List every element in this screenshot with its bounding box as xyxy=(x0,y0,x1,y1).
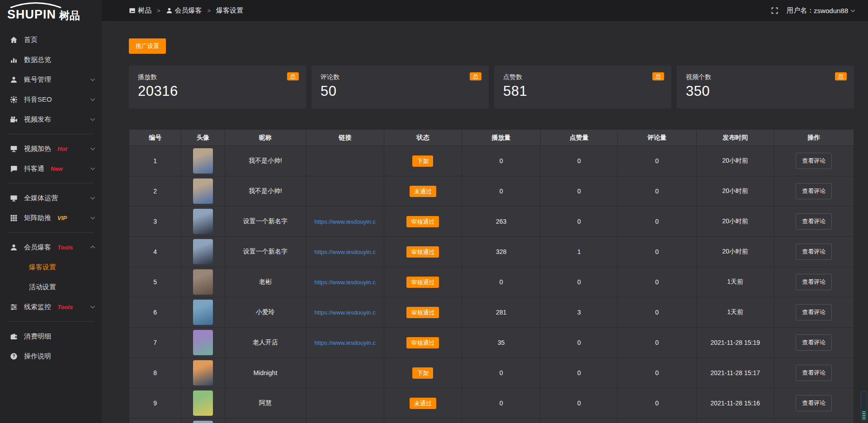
sidebar-item-3[interactable]: 抖音SEO xyxy=(0,89,102,109)
sidebar-item-9[interactable]: 会员爆客Tools xyxy=(0,237,102,257)
sidebar-item-2[interactable]: 账号管理 xyxy=(0,70,102,89)
cell-avatar xyxy=(181,358,225,388)
sidebar-subitem-9-0[interactable]: 爆客设置 xyxy=(0,257,102,277)
table-row: 4设置一个新名字https://www.iesdouyin.c审核通过32810… xyxy=(129,237,854,267)
sidebar-subitem-9-1[interactable]: 活动设置 xyxy=(0,277,102,297)
breadcrumb-label: 会员爆客 xyxy=(175,6,202,15)
cell-nickname: 我不是小帅! xyxy=(225,146,306,176)
view-comments-button[interactable]: 查看评论 xyxy=(796,334,832,351)
status-badge[interactable]: 审核通过 xyxy=(406,216,439,227)
cell-time: 20小时前 xyxy=(697,176,774,207)
sidebar-item-4[interactable]: 视频发布 xyxy=(0,109,102,129)
status-badge[interactable]: 审核通过 xyxy=(406,307,439,318)
cell-status: 未通过 xyxy=(384,176,462,207)
cell-id: 8 xyxy=(129,358,181,388)
avatar[interactable] xyxy=(193,148,213,174)
sidebar-subitem-label: 爆客设置 xyxy=(29,263,56,272)
chevron-down-icon xyxy=(850,8,855,13)
topbar: 树品>会员爆客>爆客设置 用户名：zswodun88 xyxy=(102,0,868,22)
view-comments-button[interactable]: 查看评论 xyxy=(796,274,832,290)
sidebar-item-0[interactable]: 首页 xyxy=(0,30,102,50)
video-link[interactable]: https://www.iesdouyin.c xyxy=(306,249,384,255)
view-comments-button[interactable]: 查看评论 xyxy=(796,153,832,169)
avatar[interactable] xyxy=(193,390,213,416)
video-link[interactable]: https://www.iesdouyin.c xyxy=(306,279,384,286)
cell-time: 2021-11-28 15:17 xyxy=(697,358,774,388)
sidebar-item-10[interactable]: 线索监控Tools xyxy=(0,297,102,317)
sidebar-item-badge: Hot xyxy=(57,146,67,152)
logo-arc-icon xyxy=(9,2,62,8)
view-comments-button[interactable]: 查看评论 xyxy=(796,304,832,320)
app-logo[interactable]: SHUPIN 树品 xyxy=(0,0,102,24)
status-badge[interactable]: 审核通过 xyxy=(406,246,439,258)
sidebar-item-7[interactable]: 全媒体运营 xyxy=(0,188,102,208)
svg-text:?: ? xyxy=(12,353,15,358)
breadcrumb-item-2[interactable]: 爆客设置 xyxy=(216,6,243,15)
total-badge: 总 xyxy=(652,72,664,80)
view-comments-button[interactable]: 查看评论 xyxy=(796,395,832,411)
cell-likes: 0 xyxy=(541,207,618,237)
breadcrumb-item-0[interactable]: 树品 xyxy=(129,6,151,15)
floating-widget[interactable] xyxy=(861,391,867,421)
avatar[interactable] xyxy=(193,300,213,325)
view-comments-button[interactable]: 查看评论 xyxy=(796,213,832,230)
avatar[interactable] xyxy=(193,421,213,423)
breadcrumb-item-1[interactable]: 会员爆客 xyxy=(166,6,202,15)
sidebar-divider xyxy=(8,321,94,322)
status-badge[interactable]: 下架 xyxy=(412,367,433,379)
cell-comments: 0 xyxy=(618,267,697,297)
cell-plays: 0 xyxy=(462,176,541,207)
sidebar-item-6[interactable]: 抖客通New xyxy=(0,159,102,179)
column-header: 操作 xyxy=(774,130,854,146)
view-comments-button[interactable]: 查看评论 xyxy=(796,183,832,199)
data-table: 编号头像昵称链接状态播放量点赞量评论量发布时间操作 1我不是小帅!下架00020… xyxy=(129,129,854,423)
cell-avatar xyxy=(181,146,225,176)
cell-link xyxy=(306,388,384,418)
cell-action: 查看评论 xyxy=(774,297,854,328)
cell-id: 7 xyxy=(129,328,181,358)
stat-card-value: 20316 xyxy=(138,83,297,99)
video-link[interactable]: https://www.iesdouyin.c xyxy=(306,309,384,316)
cell-link xyxy=(306,358,384,388)
table-row: 6小爱玲https://www.iesdouyin.c审核通过281301天前查… xyxy=(129,297,854,328)
avatar[interactable] xyxy=(193,360,213,385)
cell-comments: 0 xyxy=(618,207,697,237)
cell-plays: 0 xyxy=(462,358,541,388)
column-header: 点赞量 xyxy=(541,130,618,146)
cell-nickname xyxy=(225,418,306,423)
sidebar-item-12[interactable]: ?操作说明 xyxy=(0,346,102,366)
cell-plays: 0 xyxy=(462,388,541,418)
sidebar-item-1[interactable]: 数据总览 xyxy=(0,50,102,70)
content: 推广设置 播放数20316总评论数50总点赞数581总视频个数350总 编号头像… xyxy=(102,22,868,423)
cell-time: 1天前 xyxy=(697,267,774,297)
status-badge[interactable]: 审核通过 xyxy=(406,277,439,288)
fullscreen-icon[interactable] xyxy=(771,7,778,14)
promo-settings-button[interactable]: 推广设置 xyxy=(129,38,166,54)
cell-id xyxy=(129,418,181,423)
sidebar-item-label: 视频加热 xyxy=(24,145,51,153)
cell-link xyxy=(306,146,384,176)
avatar[interactable] xyxy=(193,330,213,355)
cell-id: 6 xyxy=(129,297,181,328)
avatar[interactable] xyxy=(193,269,213,295)
user-menu[interactable]: 用户名：zswodun88 xyxy=(787,6,855,15)
sidebar-item-8[interactable]: 矩阵助推VIP xyxy=(0,208,102,228)
status-badge[interactable]: 下架 xyxy=(412,155,433,167)
status-badge[interactable]: 审核通过 xyxy=(406,337,439,348)
status-badge[interactable]: 未通过 xyxy=(410,186,436,197)
app-root: SHUPIN 树品 首页数据总览账号管理抖音SEO视频发布视频加热Hot抖客通N… xyxy=(0,0,868,423)
cell-avatar xyxy=(181,297,225,328)
video-link[interactable]: https://www.iesdouyin.c xyxy=(306,218,384,225)
chevron-down-icon xyxy=(90,215,95,221)
view-comments-button[interactable]: 查看评论 xyxy=(796,365,832,381)
avatar[interactable] xyxy=(193,239,213,264)
cell-avatar xyxy=(181,388,225,418)
view-comments-button[interactable]: 查看评论 xyxy=(796,244,832,260)
video-link[interactable]: https://www.iesdouyin.c xyxy=(306,339,384,346)
avatar[interactable] xyxy=(193,179,213,204)
status-badge[interactable]: 未通过 xyxy=(410,398,436,409)
cell-comments: 0 xyxy=(618,176,697,207)
sidebar-item-11[interactable]: 消费明细 xyxy=(0,326,102,346)
avatar[interactable] xyxy=(193,209,213,234)
sidebar-item-5[interactable]: 视频加热Hot xyxy=(0,139,102,159)
